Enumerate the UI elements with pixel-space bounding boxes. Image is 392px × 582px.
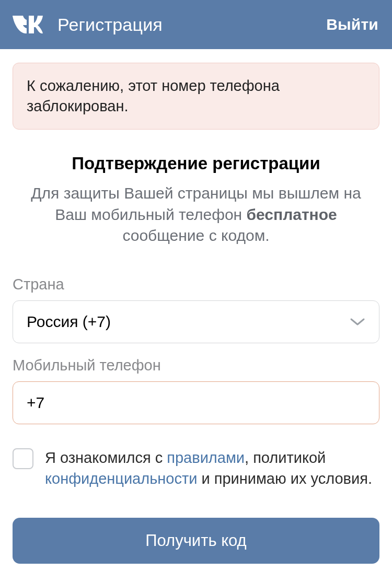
header-left: Регистрация [11, 15, 163, 35]
get-code-button[interactable]: Получить код [13, 518, 379, 564]
chevron-down-icon [350, 317, 365, 327]
page-title: Регистрация [57, 15, 163, 35]
rules-link[interactable]: правилами [167, 449, 245, 466]
section-title: Подтверждение регистрации [13, 154, 379, 173]
country-label: Страна [13, 276, 379, 293]
phone-input[interactable] [13, 381, 379, 424]
country-select[interactable]: Россия (+7) [13, 300, 379, 343]
consent-row: Я ознакомился с правилами, политикой кон… [13, 447, 379, 490]
desc-text-bold: бесплатное [247, 206, 337, 223]
country-value: Россия (+7) [27, 313, 111, 331]
consent-text: Я ознакомился с правилами, политикой кон… [45, 447, 379, 490]
country-field-group: Страна Россия (+7) [13, 276, 379, 343]
vk-logo-icon [11, 15, 43, 34]
header: Регистрация Выйти [0, 0, 392, 49]
section-description: Для защиты Вашей страницы мы вышлем на В… [13, 183, 379, 247]
consent-part2: , политикой [245, 449, 326, 466]
error-alert: К сожалению, этот номер телефона заблоки… [13, 63, 379, 130]
content: К сожалению, этот номер телефона заблоки… [0, 49, 392, 564]
privacy-link[interactable]: конфиденциальности [45, 470, 197, 487]
consent-checkbox[interactable] [13, 448, 33, 469]
consent-part1: Я ознакомился с [45, 449, 167, 466]
error-message: К сожалению, этот номер телефона заблоки… [27, 77, 280, 114]
phone-label: Мобильный телефон [13, 357, 379, 374]
exit-button[interactable]: Выйти [326, 16, 378, 33]
consent-part3: и принимаю их условия. [197, 470, 372, 487]
phone-field-group: Мобильный телефон [13, 357, 379, 424]
desc-text-2: сообщение с кодом. [122, 227, 269, 244]
